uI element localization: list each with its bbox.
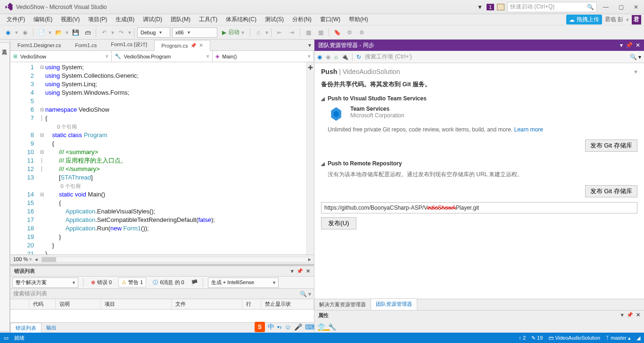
tab-solution-explorer[interactable]: 解决方案资源管理器 (314, 299, 371, 310)
menu-window[interactable]: 窗口(W) (316, 15, 344, 24)
back-icon[interactable]: ◉ (317, 54, 322, 60)
ime-keyboard-icon[interactable]: ⌨ (305, 323, 314, 331)
status-pending[interactable]: ✎ 19 (531, 335, 543, 341)
redo-icon[interactable]: ↷ (116, 27, 126, 38)
publish-git-vsts-button[interactable]: 发布 Git 存储库 (585, 139, 637, 152)
status-unpushed[interactable]: ↑ 2 (519, 335, 526, 341)
menu-team[interactable]: 团队(M) (167, 15, 194, 24)
scrollbar-horizontal[interactable] (41, 257, 308, 262)
code-editor[interactable]: 12345678910111213141516171819202122 ⊟⊟│⊟… (10, 62, 314, 254)
scrollbar-vertical[interactable] (306, 62, 314, 254)
status-branch[interactable]: ᛉ master ▴ (606, 335, 631, 341)
messages-filter[interactable]: ⓘ6消息 的 0 (150, 278, 187, 287)
refresh-icon[interactable]: ↻ (356, 54, 361, 60)
flag-icon[interactable]: ▼ (477, 4, 484, 10)
tab-overflow-icon[interactable]: ▾ (305, 40, 314, 50)
ime-zhong[interactable]: 中 (268, 323, 274, 331)
save-icon[interactable]: 💾 (70, 27, 81, 38)
menu-help[interactable]: 帮助(H) (345, 15, 372, 24)
user-name[interactable]: 君临 彭 (605, 16, 623, 24)
nav-class-combo[interactable]: 🔧VedioShow.Program▾ (112, 51, 213, 62)
plug-icon[interactable]: 🔌 (341, 54, 348, 60)
menu-tools[interactable]: 工具(T) (195, 15, 221, 24)
menu-build[interactable]: 生成(B) (112, 15, 138, 24)
ime-mic-icon[interactable]: 🎤 (294, 323, 302, 331)
status-resize-icon[interactable]: ◢ (636, 335, 640, 341)
home-icon[interactable]: ⌂ (334, 54, 338, 60)
avatar[interactable]: 君 (632, 15, 641, 24)
clear-filter-icon[interactable]: 🏴 (191, 279, 198, 286)
menu-debug[interactable]: 调试(D) (139, 15, 166, 24)
menu-icon[interactable]: ▾ (634, 68, 637, 75)
nav-back-button[interactable]: ◉ (3, 27, 13, 38)
nav-method-combo[interactable]: ◈Main()▾ (213, 51, 314, 62)
bottom-tab-output[interactable]: 输出 (41, 323, 61, 333)
publish-git-remote-button[interactable]: 发布 Git 存储库 (585, 185, 637, 197)
new-project-icon[interactable]: 📄 (36, 27, 47, 38)
menu-file[interactable]: 文件(F) (3, 15, 29, 24)
minimize-button[interactable]: — (600, 2, 612, 12)
build-combo[interactable]: 生成 + IntelliSense▾ (208, 278, 279, 288)
scope-combo[interactable]: 整个解决方案▾ (12, 278, 78, 288)
zoom-combo[interactable]: 100 % ▾ (13, 256, 32, 262)
feedback-icon[interactable] (497, 4, 504, 10)
close-tab-icon[interactable]: ✕ (199, 42, 203, 49)
user-dropdown-icon[interactable]: ▾ (626, 16, 629, 23)
section-vsts[interactable]: Push to Visual Studio Team Services (321, 95, 637, 102)
ime-emoji-icon[interactable]: ☺ (285, 323, 291, 331)
quick-launch-input[interactable]: 快速启动 (Ctrl+Q) 🔍 (507, 2, 597, 12)
tab-designer[interactable]: Form1.Designer.cs (10, 40, 68, 50)
status-window-icon[interactable]: ▭ (4, 335, 8, 341)
notification-badge[interactable]: 1 (487, 4, 494, 10)
undo-icon[interactable]: ↶ (99, 27, 109, 38)
menu-analyze[interactable]: 分析(N) (289, 15, 315, 24)
errors-filter[interactable]: ⊗错误 0 (88, 278, 115, 287)
bookmark-icon[interactable]: 🔖 (332, 27, 342, 38)
sogou-icon[interactable]: S (255, 322, 265, 332)
menu-view[interactable]: 视图(V) (57, 15, 83, 24)
ime-skin-icon[interactable]: 👕 (317, 323, 325, 331)
remote-url-input[interactable]: https://github.com/BoonyaCSharp-ASP/Vedi… (321, 202, 637, 213)
tab-form1design[interactable]: Form1.cs [设计] (104, 39, 154, 50)
platform-combo[interactable]: x86▾ (172, 27, 217, 38)
dropdown-icon[interactable]: ▾ (291, 268, 294, 274)
menu-project[interactable]: 项目(P) (84, 15, 111, 24)
publish-button[interactable]: 发布(U) (321, 217, 356, 229)
menu-arch[interactable]: 体系结构(C) (222, 15, 260, 24)
tab-program[interactable]: Program.cs 📌 ✕ (154, 40, 210, 51)
ime-punct-icon[interactable]: •› (277, 323, 282, 331)
scroll-right-icon[interactable]: ▸ (308, 256, 311, 262)
cloud-upload-badge[interactable]: ☁ 拖拽上传 (566, 15, 602, 24)
close-panel-icon[interactable]: ✕ (306, 268, 310, 274)
close-button[interactable]: ✕ (630, 2, 642, 12)
bottom-tab-errors[interactable]: 错误列表 (10, 323, 41, 333)
maximize-button[interactable]: ▢ (615, 2, 627, 12)
status-repo[interactable]: 🗃 VideoAudioSolution (548, 335, 600, 341)
learn-more-link[interactable]: Learn more (514, 126, 543, 133)
pin-icon[interactable]: 📌 (626, 42, 633, 49)
start-debug-button[interactable]: ▶ 启动 ▾ (219, 27, 247, 38)
fold-gutter[interactable]: ⊟⊟│⊟⊟││⊟ (39, 62, 45, 254)
scroll-left-icon[interactable]: ◂ (35, 256, 38, 262)
warnings-filter[interactable]: ⚠警告 1 (118, 278, 146, 287)
ime-settings-icon[interactable]: 🔧 (328, 323, 336, 331)
pin-icon[interactable]: 📌 (297, 268, 303, 274)
toolbox-tab[interactable]: 工具箱 (0, 42, 10, 332)
tab-form1cs[interactable]: Form1.cs (68, 40, 104, 50)
team-search-input[interactable]: 搜索工作项 (Ctrl+') (365, 53, 626, 61)
split-icon[interactable]: ✚ (308, 64, 313, 71)
menu-test[interactable]: 测试(S) (261, 15, 288, 24)
error-search-input[interactable]: 搜索错误列表🔍 ▾ (10, 289, 314, 299)
close-icon[interactable]: ✕ (636, 42, 640, 49)
section-remote[interactable]: Push to Remote Repository (321, 160, 637, 167)
save-all-icon[interactable]: 🗃 (83, 27, 93, 38)
nav-project-combo[interactable]: ⊞VedioShow▾ (10, 51, 112, 62)
tab-team-explorer[interactable]: 团队资源管理器 (371, 298, 417, 310)
config-combo[interactable]: Debug▾ (137, 27, 170, 38)
search-icon[interactable]: 🔍 ▾ (630, 54, 641, 60)
dropdown-icon[interactable]: ▾ (620, 42, 623, 49)
menu-edit[interactable]: 编辑(E) (30, 15, 56, 24)
pin-icon[interactable]: 📌 (190, 43, 196, 48)
tool2-icon: ⚙ (356, 27, 367, 38)
open-file-icon[interactable]: 📂 (53, 27, 64, 38)
